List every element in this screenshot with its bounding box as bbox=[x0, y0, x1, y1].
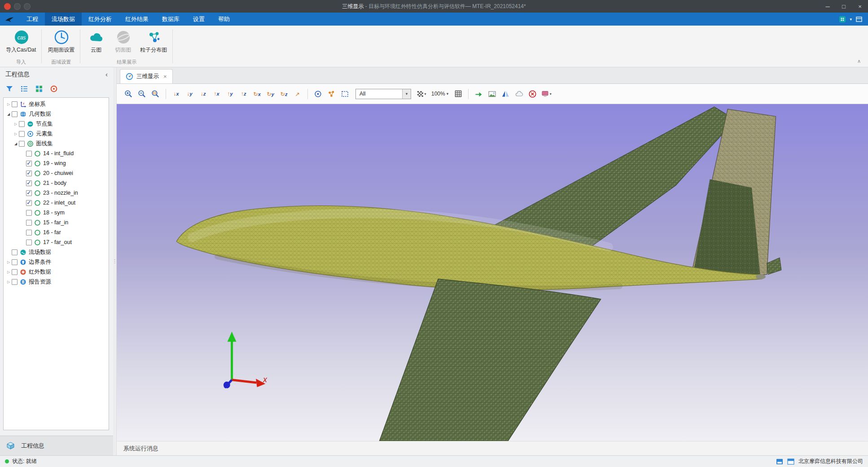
tree-item-surface-20-chuiwei[interactable]: 20 - chuiwei bbox=[4, 168, 109, 178]
close-button[interactable]: × bbox=[852, 0, 868, 13]
tree-item-surface-14-int-fluid[interactable]: 14 - int_fluid bbox=[4, 148, 109, 158]
checkbox[interactable] bbox=[19, 141, 25, 147]
ribbon-button-particle-distribution[interactable]: 粒子分布图 bbox=[137, 28, 170, 54]
ribbon-collapse-icon[interactable]: ∧ bbox=[857, 58, 861, 64]
expand-arrow-icon[interactable]: ▷ bbox=[5, 280, 12, 284]
tree-item-element-set[interactable]: ▷元素集 bbox=[4, 129, 109, 139]
view-z-down-icon[interactable]: ↓z bbox=[197, 88, 209, 100]
view-y-down-icon[interactable]: ↓y bbox=[184, 88, 196, 100]
zoom-out-icon[interactable] bbox=[136, 88, 148, 100]
locate-icon[interactable] bbox=[50, 85, 58, 93]
tree-item-infrared-data[interactable]: ▷红外数据 bbox=[4, 267, 109, 277]
rotate-y-icon[interactable]: ↻y bbox=[264, 88, 276, 100]
ribbon-button-import-cas-dat[interactable]: cas导入Cas/Dat bbox=[3, 28, 39, 54]
viewport-3d[interactable]: x bbox=[117, 104, 868, 441]
mirror-icon[interactable] bbox=[500, 88, 512, 100]
view-z-up-icon[interactable]: ↑z bbox=[237, 88, 250, 100]
grid-view-icon[interactable] bbox=[35, 85, 43, 93]
minimize-button[interactable]: ─ bbox=[820, 0, 836, 13]
box-select-icon[interactable] bbox=[339, 88, 351, 100]
rotate-z-icon[interactable]: ↻z bbox=[278, 88, 290, 100]
checkbox[interactable] bbox=[26, 240, 32, 245]
expand-arrow-icon[interactable]: ▷ bbox=[5, 102, 12, 106]
checkbox[interactable] bbox=[12, 279, 18, 285]
menu-tab-engineering[interactable]: 工程 bbox=[20, 13, 45, 26]
checkbox[interactable] bbox=[26, 210, 32, 216]
appearance-icon[interactable]: ▾ bbox=[540, 88, 552, 100]
tree-item-report-resources[interactable]: ▷报告资源 bbox=[4, 277, 109, 287]
checkbox[interactable] bbox=[26, 200, 32, 206]
titlebar-tool-icon-2[interactable] bbox=[24, 3, 31, 10]
panel-collapse-icon[interactable]: ‹ bbox=[105, 71, 108, 78]
project-info-bottom-tab[interactable]: 工程信息 bbox=[0, 436, 113, 455]
tree-item-surface-23-nozzle-in[interactable]: 23 - nozzle_in bbox=[4, 188, 109, 198]
expand-arrow-icon[interactable]: ▷ bbox=[5, 270, 12, 274]
checkbox[interactable] bbox=[26, 220, 32, 226]
aircraft-nozzle[interactable] bbox=[756, 274, 766, 279]
tree-item-surface-19-wing[interactable]: 19 - wing bbox=[4, 158, 109, 168]
checkbox[interactable] bbox=[12, 101, 18, 107]
view-y-up-icon[interactable]: ↑y bbox=[224, 88, 236, 100]
checkbox[interactable] bbox=[26, 161, 32, 166]
menu-tab-help[interactable]: 帮助 bbox=[211, 13, 237, 26]
panel-splitter[interactable]: ⋮ bbox=[113, 67, 117, 455]
titlebar-tool-icon-1[interactable] bbox=[14, 3, 21, 10]
iso-view-icon[interactable]: ↗ bbox=[291, 88, 303, 100]
checkbox[interactable] bbox=[19, 121, 25, 127]
particles-icon[interactable] bbox=[325, 88, 338, 100]
grid-icon[interactable] bbox=[452, 88, 464, 100]
rotate-x-icon[interactable]: ↻x bbox=[251, 88, 263, 100]
checkbox[interactable] bbox=[26, 190, 32, 196]
tree-item-face-set[interactable]: ◢面线集 bbox=[4, 139, 109, 148]
expand-arrow-icon[interactable]: ▷ bbox=[5, 260, 12, 264]
tree-item-geometry-data[interactable]: ◢几何数据 bbox=[4, 109, 109, 119]
tree-item-surface-22-inlet-out[interactable]: 22 - inlet_out bbox=[4, 198, 109, 208]
scene-canvas[interactable]: x bbox=[117, 104, 868, 441]
ribbon-button-cloud-contour[interactable]: 云图 bbox=[83, 28, 109, 54]
tree-item-surface-21-body[interactable]: 21 - body bbox=[4, 178, 109, 188]
combo-arrow-icon[interactable]: ▾ bbox=[402, 89, 411, 99]
tree-item-surface-15-far-in[interactable]: 15 - far_in bbox=[4, 218, 109, 227]
zoom-window-icon[interactable] bbox=[149, 88, 162, 100]
pattern-icon[interactable]: ▾ bbox=[416, 88, 428, 100]
collapse-arrow-icon[interactable]: ◢ bbox=[5, 112, 12, 116]
app-grid-icon[interactable] bbox=[839, 16, 846, 23]
tree-item-coordinate-system[interactable]: ▷x坐标系 bbox=[4, 99, 109, 109]
checkbox[interactable] bbox=[12, 269, 18, 275]
tree-item-surface-17-far-out[interactable]: 17 - far_out bbox=[4, 237, 109, 247]
checkbox[interactable] bbox=[12, 259, 18, 265]
window-split-icon[interactable] bbox=[787, 458, 794, 465]
checkbox[interactable] bbox=[26, 180, 32, 186]
tree-item-flow-field-data[interactable]: 流场数据 bbox=[4, 247, 109, 257]
zoom-in-icon[interactable] bbox=[123, 88, 135, 100]
maximize-button[interactable]: □ bbox=[836, 0, 852, 13]
checkbox[interactable] bbox=[26, 151, 32, 157]
checkbox[interactable] bbox=[19, 131, 25, 137]
view-x-down-icon[interactable]: ↓x bbox=[170, 88, 182, 100]
tree-item-boundary-conditions[interactable]: ▷边界条件 bbox=[4, 257, 109, 267]
document-tab-3d-view[interactable]: 三维显示 × bbox=[120, 69, 173, 83]
zoom-level-combo[interactable]: 100%▾ bbox=[429, 91, 451, 97]
menu-tab-ir-analysis[interactable]: 红外分析 bbox=[82, 13, 118, 26]
expand-arrow-icon[interactable]: ▷ bbox=[13, 132, 19, 136]
ribbon-button-periodic-face-setting[interactable]: 周期面设置 bbox=[44, 28, 78, 54]
filter-icon[interactable] bbox=[5, 85, 13, 93]
display-filter-combo[interactable]: All▾ bbox=[355, 89, 411, 99]
checkbox[interactable] bbox=[12, 111, 18, 117]
checkbox[interactable] bbox=[26, 170, 32, 176]
probe-icon[interactable] bbox=[312, 88, 324, 100]
smooth-cloud-icon[interactable] bbox=[513, 88, 525, 100]
tree-list-icon[interactable] bbox=[20, 85, 28, 93]
menu-tab-flow-field-data[interactable]: 流场数据 bbox=[45, 13, 82, 26]
snapshot-icon[interactable] bbox=[486, 88, 498, 100]
layout-icon[interactable] bbox=[776, 458, 783, 465]
menu-tab-database[interactable]: 数据库 bbox=[155, 13, 186, 26]
export-icon[interactable] bbox=[473, 88, 485, 100]
app-badge-icon[interactable] bbox=[4, 3, 11, 10]
tree-item-surface-16-far[interactable]: 16 - far bbox=[4, 227, 109, 237]
tree-item-surface-18-sym[interactable]: 18 - sym bbox=[4, 208, 109, 218]
checkbox[interactable] bbox=[12, 249, 18, 255]
menu-tab-settings[interactable]: 设置 bbox=[186, 13, 211, 26]
menubar-dropdown-icon[interactable]: ▾ bbox=[850, 17, 852, 22]
tree-item-node-set[interactable]: ▷节点集 bbox=[4, 119, 109, 129]
